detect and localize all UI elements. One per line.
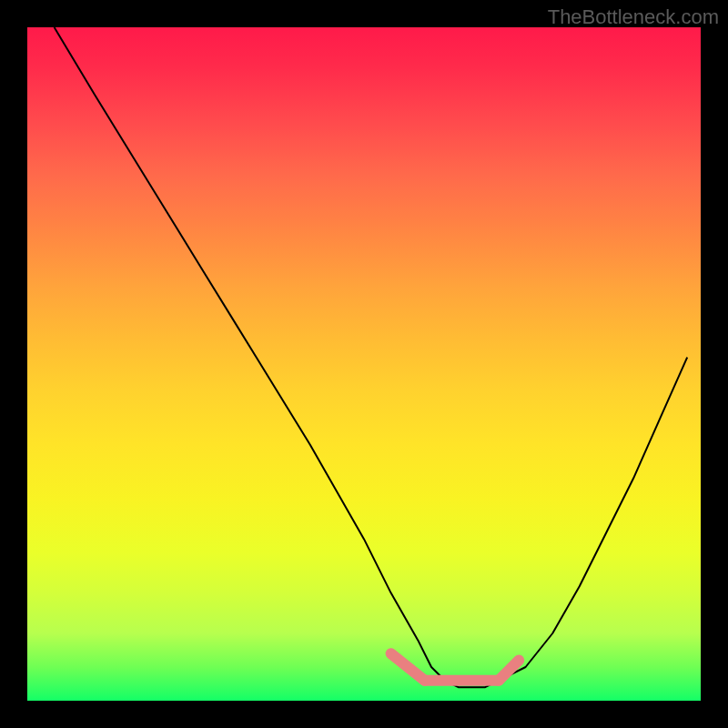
chart-overlay: [27, 27, 701, 701]
highlight-segments: [391, 653, 520, 681]
watermark-text: TheBottleneck.com: [548, 5, 719, 29]
plot-area: [27, 27, 701, 701]
curve-line: [55, 27, 688, 687]
highlight-segment: [391, 653, 425, 681]
highlight-segment: [499, 661, 519, 681]
